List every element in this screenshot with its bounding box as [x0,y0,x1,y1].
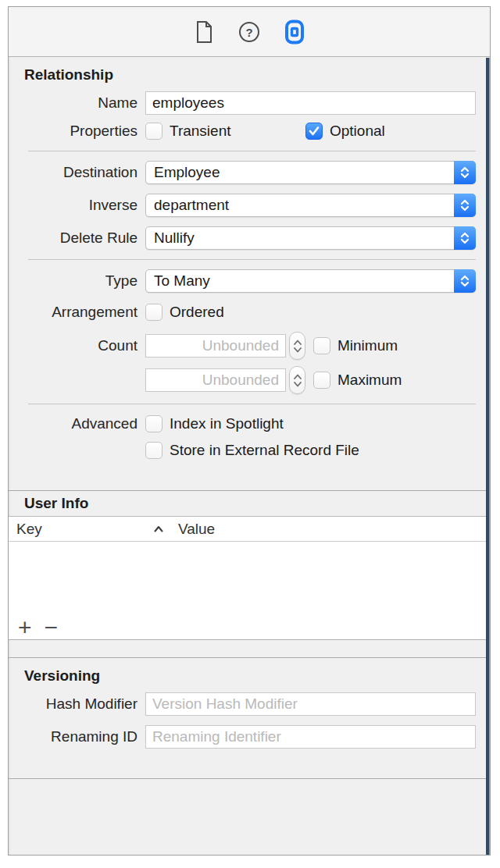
minimum-checkbox[interactable] [313,337,330,354]
user-info-section-title: User Info [24,495,88,512]
chevron-up-icon [293,340,302,345]
data-model-inspector-icon [284,20,305,44]
destination-select[interactable]: Employee [145,161,476,184]
count-label: Count [9,337,145,354]
chevron-up-down-icon [454,269,476,293]
transient-label: Transient [170,123,231,140]
inspector-panel: ? Relationship Name Properties [8,6,491,856]
hash-modifier-input[interactable] [145,692,476,716]
chevron-down-icon [293,382,302,387]
renaming-id-label: Renaming ID [9,728,145,745]
quick-help-inspector-tab[interactable]: ? [238,19,261,45]
name-row: Name [9,91,476,115]
transient-checkbox-group: Transient [145,123,231,140]
document-icon [195,20,213,44]
destination-label: Destination [9,164,145,181]
ordered-label: Ordered [170,304,224,321]
versioning-section-title: Versioning [24,667,490,685]
maximum-label: Maximum [338,372,402,389]
help-icon: ? [238,21,260,43]
user-info-table-header: Key Value [9,516,490,542]
count-min-input[interactable] [145,334,286,358]
count-min-row: Count Minimum [9,332,476,360]
file-inspector-tab[interactable] [192,19,216,45]
hash-modifier-label: Hash Modifier [9,695,145,713]
divider [28,151,476,151]
check-icon [309,126,320,136]
delete-rule-select[interactable]: Nullify [145,226,476,250]
properties-row: Properties Transient Optional [9,121,476,141]
minimum-label: Minimum [338,337,398,354]
hash-modifier-row: Hash Modifier [9,692,476,716]
ordered-checkbox[interactable] [145,304,162,321]
inverse-select[interactable]: department [145,194,476,217]
versioning-section: Versioning Hash Modifier Renaming ID [9,658,490,778]
inverse-value: department [154,197,229,213]
index-spotlight-label: Index in Spotlight [170,415,284,432]
divider [28,259,476,260]
user-info-table-body[interactable]: + − [9,542,490,640]
delete-rule-label: Delete Rule [9,229,145,247]
maximum-checkbox[interactable] [313,372,330,389]
type-label: Type [9,272,145,290]
external-record-label: Store in External Record File [170,442,359,459]
index-spotlight-checkbox-group: Index in Spotlight [145,415,284,432]
arrangement-row: Arrangement Ordered [9,302,476,322]
add-row-button[interactable]: + [18,616,32,639]
external-record-checkbox[interactable] [145,442,162,459]
count-min-stepper[interactable] [289,332,305,360]
optional-label: Optional [330,123,385,140]
type-select[interactable]: To Many [145,269,476,293]
transient-checkbox[interactable] [145,123,162,140]
destination-value: Employee [154,164,220,180]
inverse-row: Inverse department [9,194,476,217]
renaming-id-input[interactable] [145,725,476,749]
count-max-stepper[interactable] [289,366,305,394]
ordered-checkbox-group: Ordered [145,304,224,321]
svg-text:?: ? [245,25,252,38]
maximum-checkbox-group: Maximum [313,372,402,389]
relationship-section-title: Relationship [24,66,490,84]
advanced-row-1: Advanced Index in Spotlight [9,414,476,434]
advanced-label: Advanced [9,415,145,432]
chevron-up-icon [293,374,302,379]
key-column-header[interactable]: Key [16,521,42,538]
sort-ascending-icon [153,525,164,532]
remove-row-button[interactable]: − [45,616,59,639]
minimum-checkbox-group: Minimum [313,337,398,354]
data-model-inspector-tab[interactable] [283,19,306,45]
relationship-section: Relationship Name Properties Transient [9,57,490,490]
chevron-up-down-icon [454,161,476,184]
inverse-label: Inverse [9,197,145,214]
value-column-header[interactable]: Value [169,521,215,538]
delete-rule-row: Delete Rule Nullify [9,226,476,250]
type-value: To Many [154,272,210,289]
index-spotlight-checkbox[interactable] [145,415,162,432]
arrangement-label: Arrangement [9,304,145,321]
destination-row: Destination Employee [9,161,476,184]
chevron-up-down-icon [454,194,476,217]
empty-area [9,779,490,855]
type-row: Type To Many [9,269,476,293]
chevron-up-down-icon [454,226,476,250]
editor-split-edge [486,58,490,855]
user-info-section: User Info [9,491,490,516]
chevron-down-icon [293,347,302,353]
properties-label: Properties [9,123,145,140]
name-label: Name [9,94,145,112]
name-input[interactable] [145,91,476,115]
delete-rule-value: Nullify [154,229,195,246]
inspector-tab-bar: ? [9,7,490,57]
external-record-checkbox-group: Store in External Record File [145,442,359,459]
optional-checkbox-group: Optional [305,123,385,140]
divider [28,404,476,404]
count-max-row: Maximum [9,366,476,394]
renaming-id-row: Renaming ID [9,725,476,749]
count-max-input[interactable] [145,368,286,392]
optional-checkbox[interactable] [305,123,323,140]
advanced-row-2: Store in External Record File [9,440,476,461]
